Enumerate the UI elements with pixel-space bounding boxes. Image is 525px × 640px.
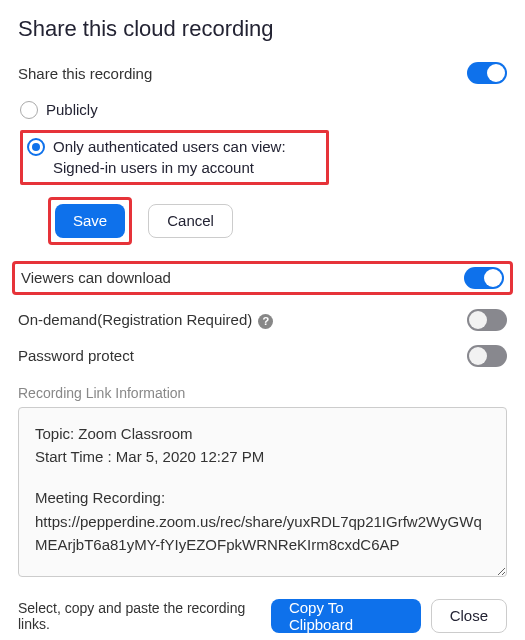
cancel-button[interactable]: Cancel: [148, 204, 233, 238]
meeting-recording-url: https://pepperdine.zoom.us/rec/share/yux…: [35, 510, 490, 557]
footer-row: Select, copy and paste the recording lin…: [18, 599, 507, 633]
radio-icon: [20, 101, 38, 119]
topic-value: Zoom Classroom: [78, 425, 192, 442]
help-icon[interactable]: ?: [258, 314, 273, 329]
password-protect-row: Password protect: [18, 345, 507, 367]
start-time-label: Start Time :: [35, 448, 112, 465]
recording-link-textarea[interactable]: Topic: Zoom Classroom Start Time : Mar 5…: [18, 407, 507, 577]
radio-authenticated[interactable]: Only authenticated users can view: Signe…: [20, 130, 329, 185]
share-recording-label: Share this recording: [18, 65, 152, 82]
footer-hint: Select, copy and paste the recording lin…: [18, 600, 271, 632]
radio-authenticated-label-2: Signed-in users in my account: [53, 158, 286, 178]
password-protect-toggle[interactable]: [467, 345, 507, 367]
radio-publicly-label: Publicly: [46, 100, 98, 120]
share-recording-row: Share this recording: [18, 62, 507, 84]
on-demand-label: On-demand(Registration Required) ?: [18, 311, 273, 329]
radio-publicly[interactable]: Publicly: [20, 98, 507, 122]
meeting-recording-label: Meeting Recording:: [35, 486, 490, 509]
dialog-title: Share this cloud recording: [18, 16, 507, 42]
share-recording-toggle[interactable]: [467, 62, 507, 84]
viewers-download-label: Viewers can download: [21, 269, 171, 286]
save-cancel-row: Save Cancel: [48, 197, 507, 245]
password-protect-label: Password protect: [18, 347, 134, 364]
close-button[interactable]: Close: [431, 599, 507, 633]
save-button[interactable]: Save: [55, 204, 125, 238]
viewers-download-toggle[interactable]: [464, 267, 504, 289]
save-button-highlight: Save: [48, 197, 132, 245]
radio-icon: [27, 138, 45, 156]
start-time-value: Mar 5, 2020 12:27 PM: [116, 448, 264, 465]
on-demand-row: On-demand(Registration Required) ?: [18, 309, 507, 331]
topic-label: Topic:: [35, 425, 74, 442]
on-demand-toggle[interactable]: [467, 309, 507, 331]
viewers-download-row: Viewers can download: [12, 261, 513, 295]
share-visibility-radio-group: Publicly Only authenticated users can vi…: [20, 98, 507, 185]
recording-link-section-label: Recording Link Information: [18, 385, 507, 401]
radio-authenticated-label-1: Only authenticated users can view:: [53, 137, 286, 157]
copy-to-clipboard-button[interactable]: Copy To Clipboard: [271, 599, 421, 633]
